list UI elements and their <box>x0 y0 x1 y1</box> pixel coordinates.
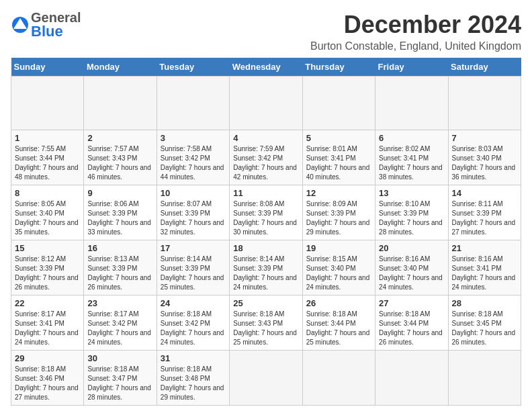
calendar-cell <box>302 351 375 406</box>
calendar-week-row <box>11 77 521 130</box>
day-info: Sunrise: 8:18 AMSunset: 3:46 PMDaylight:… <box>15 365 80 402</box>
calendar-cell: 28 Sunrise: 8:18 AMSunset: 3:45 PMDaylig… <box>448 295 521 351</box>
logo-icon <box>11 15 30 34</box>
day-number: 1 <box>15 133 80 143</box>
calendar-cell: 8 Sunrise: 8:05 AMSunset: 3:40 PMDayligh… <box>11 185 84 240</box>
calendar-cell: 9 Sunrise: 8:06 AMSunset: 3:39 PMDayligh… <box>84 185 157 240</box>
calendar-cell: 1 Sunrise: 7:55 AMSunset: 3:44 PMDayligh… <box>11 130 84 185</box>
day-info: Sunrise: 8:18 AMSunset: 3:47 PMDaylight:… <box>87 365 152 402</box>
day-info: Sunrise: 8:18 AMSunset: 3:44 PMDaylight:… <box>306 310 371 347</box>
month-title: December 2024 <box>310 11 521 39</box>
day-info: Sunrise: 8:16 AMSunset: 3:41 PMDaylight:… <box>452 255 517 292</box>
calendar-cell: 18 Sunrise: 8:14 AMSunset: 3:39 PMDaylig… <box>230 240 302 295</box>
calendar-week-row: 22 Sunrise: 8:17 AMSunset: 3:41 PMDaylig… <box>11 295 521 351</box>
day-info: Sunrise: 8:16 AMSunset: 3:40 PMDaylight:… <box>379 255 444 292</box>
calendar-cell: 29 Sunrise: 8:18 AMSunset: 3:46 PMDaylig… <box>11 351 84 406</box>
day-info: Sunrise: 8:05 AMSunset: 3:40 PMDaylight:… <box>15 199 80 237</box>
day-info: Sunrise: 8:18 AMSunset: 3:48 PMDaylight:… <box>161 365 226 402</box>
day-number: 8 <box>15 188 80 198</box>
calendar-cell <box>375 77 448 130</box>
day-number: 25 <box>233 298 298 308</box>
calendar-table: SundayMondayTuesdayWednesdayThursdayFrid… <box>11 58 521 406</box>
day-info: Sunrise: 8:13 AMSunset: 3:39 PMDaylight:… <box>87 255 152 292</box>
day-number: 29 <box>15 353 80 363</box>
weekday-header: Tuesday <box>157 58 229 77</box>
location-title: Burton Constable, England, United Kingdo… <box>310 40 521 52</box>
calendar-cell <box>448 77 521 130</box>
weekday-header: Saturday <box>448 58 521 77</box>
day-number: 20 <box>379 243 444 253</box>
day-info: Sunrise: 8:08 AMSunset: 3:39 PMDaylight:… <box>233 199 298 237</box>
day-number: 19 <box>306 243 371 253</box>
weekday-header: Thursday <box>302 58 375 77</box>
day-number: 27 <box>379 298 444 308</box>
day-number: 13 <box>379 188 444 198</box>
day-number: 24 <box>161 298 226 308</box>
calendar-cell: 10 Sunrise: 8:07 AMSunset: 3:39 PMDaylig… <box>157 185 229 240</box>
calendar-cell: 12 Sunrise: 8:09 AMSunset: 3:39 PMDaylig… <box>302 185 375 240</box>
day-info: Sunrise: 7:57 AMSunset: 3:43 PMDaylight:… <box>87 144 152 182</box>
calendar-cell: 17 Sunrise: 8:14 AMSunset: 3:39 PMDaylig… <box>157 240 229 295</box>
day-number: 11 <box>233 188 298 198</box>
day-number: 14 <box>452 188 517 198</box>
calendar-cell: 30 Sunrise: 8:18 AMSunset: 3:47 PMDaylig… <box>84 351 157 406</box>
calendar-cell: 6 Sunrise: 8:02 AMSunset: 3:41 PMDayligh… <box>375 130 448 185</box>
logo-blue: Blue <box>31 24 81 39</box>
calendar-cell: 5 Sunrise: 8:01 AMSunset: 3:41 PMDayligh… <box>302 130 375 185</box>
calendar-cell: 31 Sunrise: 8:18 AMSunset: 3:48 PMDaylig… <box>157 351 229 406</box>
day-number: 2 <box>87 133 152 143</box>
calendar-cell: 20 Sunrise: 8:16 AMSunset: 3:40 PMDaylig… <box>375 240 448 295</box>
calendar-cell <box>157 77 229 130</box>
calendar-cell <box>448 351 521 406</box>
day-number: 28 <box>452 298 517 308</box>
day-number: 10 <box>161 188 226 198</box>
logo: General Blue <box>11 11 81 39</box>
calendar-cell: 13 Sunrise: 8:10 AMSunset: 3:39 PMDaylig… <box>375 185 448 240</box>
calendar-cell <box>375 351 448 406</box>
day-number: 23 <box>87 298 152 308</box>
title-section: December 2024 Burton Constable, England,… <box>310 11 521 52</box>
calendar-cell: 3 Sunrise: 7:58 AMSunset: 3:42 PMDayligh… <box>157 130 229 185</box>
day-number: 16 <box>87 243 152 253</box>
day-info: Sunrise: 7:55 AMSunset: 3:44 PMDaylight:… <box>15 144 80 182</box>
day-info: Sunrise: 8:12 AMSunset: 3:39 PMDaylight:… <box>15 255 80 292</box>
day-number: 26 <box>306 298 371 308</box>
calendar-cell <box>230 351 302 406</box>
day-info: Sunrise: 8:03 AMSunset: 3:40 PMDaylight:… <box>452 144 517 182</box>
day-number: 6 <box>379 133 444 143</box>
logo-general: General <box>31 11 81 24</box>
weekday-header: Friday <box>375 58 448 77</box>
day-info: Sunrise: 8:18 AMSunset: 3:45 PMDaylight:… <box>452 310 517 347</box>
day-info: Sunrise: 8:14 AMSunset: 3:39 PMDaylight:… <box>161 255 226 292</box>
calendar-cell: 25 Sunrise: 8:18 AMSunset: 3:43 PMDaylig… <box>230 295 302 351</box>
day-info: Sunrise: 7:58 AMSunset: 3:42 PMDaylight:… <box>161 144 226 182</box>
day-info: Sunrise: 8:01 AMSunset: 3:41 PMDaylight:… <box>306 144 371 182</box>
day-info: Sunrise: 8:18 AMSunset: 3:43 PMDaylight:… <box>233 310 298 347</box>
day-info: Sunrise: 8:14 AMSunset: 3:39 PMDaylight:… <box>233 255 298 292</box>
calendar-cell: 26 Sunrise: 8:18 AMSunset: 3:44 PMDaylig… <box>302 295 375 351</box>
day-number: 18 <box>233 243 298 253</box>
day-number: 12 <box>306 188 371 198</box>
calendar-cell: 23 Sunrise: 8:17 AMSunset: 3:42 PMDaylig… <box>84 295 157 351</box>
day-info: Sunrise: 8:15 AMSunset: 3:40 PMDaylight:… <box>306 255 371 292</box>
calendar-cell: 24 Sunrise: 8:18 AMSunset: 3:42 PMDaylig… <box>157 295 229 351</box>
day-info: Sunrise: 8:09 AMSunset: 3:39 PMDaylight:… <box>306 199 371 237</box>
calendar-cell: 7 Sunrise: 8:03 AMSunset: 3:40 PMDayligh… <box>448 130 521 185</box>
day-number: 4 <box>233 133 298 143</box>
day-number: 21 <box>452 243 517 253</box>
day-info: Sunrise: 8:17 AMSunset: 3:41 PMDaylight:… <box>15 310 80 347</box>
day-info: Sunrise: 8:02 AMSunset: 3:41 PMDaylight:… <box>379 144 444 182</box>
calendar-cell: 14 Sunrise: 8:11 AMSunset: 3:39 PMDaylig… <box>448 185 521 240</box>
calendar-week-row: 1 Sunrise: 7:55 AMSunset: 3:44 PMDayligh… <box>11 130 521 185</box>
day-info: Sunrise: 8:07 AMSunset: 3:39 PMDaylight:… <box>161 199 226 237</box>
weekday-header: Monday <box>84 58 157 77</box>
day-info: Sunrise: 7:59 AMSunset: 3:42 PMDaylight:… <box>233 144 298 182</box>
calendar-cell <box>84 77 157 130</box>
day-info: Sunrise: 8:18 AMSunset: 3:44 PMDaylight:… <box>379 310 444 347</box>
calendar-cell: 2 Sunrise: 7:57 AMSunset: 3:43 PMDayligh… <box>84 130 157 185</box>
day-number: 31 <box>161 353 226 363</box>
calendar-cell: 19 Sunrise: 8:15 AMSunset: 3:40 PMDaylig… <box>302 240 375 295</box>
calendar-cell: 16 Sunrise: 8:13 AMSunset: 3:39 PMDaylig… <box>84 240 157 295</box>
calendar-cell: 11 Sunrise: 8:08 AMSunset: 3:39 PMDaylig… <box>230 185 302 240</box>
day-info: Sunrise: 8:10 AMSunset: 3:39 PMDaylight:… <box>379 199 444 237</box>
